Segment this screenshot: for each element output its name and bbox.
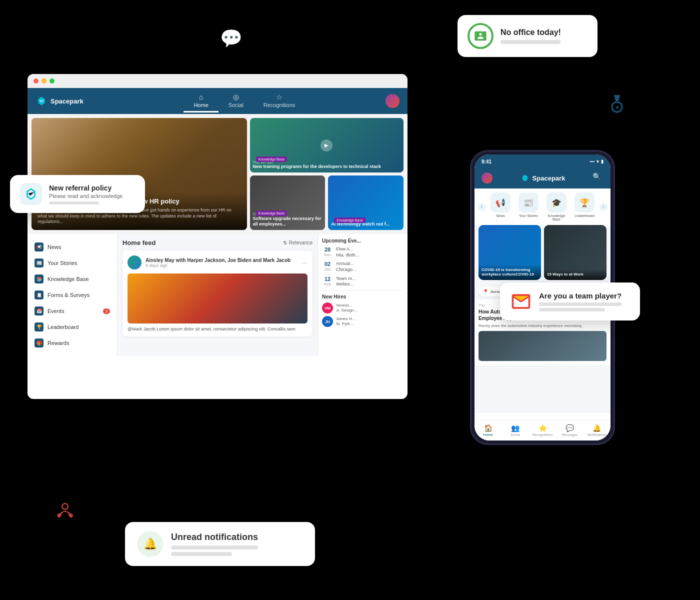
browser-close-btn[interactable]: [34, 78, 38, 84]
messages-tab-icon: 💬: [566, 424, 574, 432]
nav-home[interactable]: ⌂ Home: [184, 90, 218, 112]
user-avatar[interactable]: [386, 94, 400, 108]
feed-post: Ainsley May with Harper Jackson, Joe Bid…: [122, 250, 312, 336]
phone-article-image: [478, 331, 606, 361]
hero-card-bottom-right-info: Knowledge Base AI technology watch out f…: [331, 214, 400, 227]
browser-maximize-btn[interactable]: [50, 78, 54, 84]
app-name-label: Spacepark: [50, 98, 84, 105]
sidebar: 📢 News 📰 Your Stories 📚 Knowledge Base 📋…: [28, 234, 118, 356]
hire-info-1: Veness...Jr. Design...: [336, 303, 357, 314]
phone-tab-social[interactable]: 👥 Social: [502, 424, 528, 436]
phone-tab-home[interactable]: 🏠 Home: [474, 424, 502, 436]
hire-item-2: JH James H...Sr. Pyth...: [322, 316, 404, 327]
phone-tab-notifications[interactable]: 🔔 Notifications: [584, 424, 610, 436]
sidebar-rewards-label: Rewards: [48, 340, 69, 346]
nav-social[interactable]: ◎ Social: [218, 90, 254, 112]
event-item-1: 28 Dec Flow A...Mia. dloth...: [322, 246, 404, 258]
hero-card-badge-3: Knowledge Base: [334, 218, 366, 223]
sidebar-stories-label: Your Stories: [48, 260, 78, 266]
stories-icon: 📰: [34, 258, 44, 268]
event-info-2: Annual...Chicago...: [336, 261, 356, 272]
phone-card-1[interactable]: COVID-19 is transforming workplace cultu…: [478, 225, 541, 280]
browser-minimize-btn[interactable]: [42, 78, 46, 84]
hire-item-1: VM Veness...Jr. Design...: [322, 302, 404, 314]
quick-nav-news-icon: 📢: [490, 192, 510, 212]
quick-nav-next[interactable]: ›: [600, 203, 608, 211]
referral-icon: [20, 183, 42, 205]
referral-text: New referral policy Please read and ackn…: [49, 184, 122, 204]
app-navbar: Spacepark ⌂ Home ◎ Social ☆ Recognitions: [28, 88, 408, 114]
sidebar-item-leaderboard[interactable]: 🏆 Leaderboard: [28, 319, 117, 335]
phone-search-btn[interactable]: 🔍: [592, 172, 604, 184]
event-date-3: 12 Feb: [322, 276, 333, 286]
leaderboard-icon: 🏆: [34, 322, 44, 332]
quick-nav-knowledge[interactable]: 🎓 Knowledge Base: [544, 192, 570, 221]
event-item-2: 02 Jan Annual...Chicago...: [322, 261, 404, 272]
sidebar-item-news[interactable]: 📢 News: [28, 239, 117, 255]
hero-card-bottom-left[interactable]: Knowledge Base Thu, 9th Nov Software upg…: [250, 176, 326, 230]
phone-card-2-title: 15 Ways to at Work: [547, 272, 604, 277]
events-badge: 3: [103, 308, 110, 314]
quick-nav-stories[interactable]: 📰 Your Stories: [516, 192, 542, 221]
social-tab-label: Social: [510, 433, 520, 436]
float-notifications-card: 🔔 Unread notifications: [125, 522, 315, 566]
phone-quick-nav: ‹ 📢 News 📰 Your Stories 🎓 Knowledge Base…: [474, 188, 610, 225]
quick-nav-news[interactable]: 📢 News: [488, 192, 514, 221]
event-date-1: 28 Dec: [322, 246, 333, 257]
post-time: 9 days ago: [146, 263, 298, 268]
svg-point-3: [57, 514, 61, 518]
app-logo: Spacepark: [36, 95, 84, 107]
quick-nav-leaderboard-label: Leaderboard: [574, 214, 594, 218]
hero-card-top[interactable]: ▶ Knowledge Base Thu, 9th Nov New traini…: [250, 118, 404, 172]
notifications-sub1: [171, 546, 258, 550]
quick-nav-prev[interactable]: ‹: [478, 203, 486, 211]
quick-nav-leaderboard-icon: 🏆: [574, 192, 594, 212]
event-info-1: Flow A...Mia. dloth...: [336, 246, 360, 258]
notification-bell-icon: 🔔: [137, 531, 163, 557]
event-date-2: 02 Jan: [322, 261, 333, 272]
feed-filter[interactable]: ⇅ Relevance: [283, 240, 312, 246]
referral-line: [49, 202, 99, 204]
post-avatar: [128, 256, 142, 270]
post-author: Ainsley May with Harper Jackson, Joe Bid…: [146, 258, 298, 263]
phone-status-bar: 9:41 ▪▪▪ ▾ ▮: [474, 154, 610, 168]
sidebar-item-rewards[interactable]: 🎁 Rewards: [28, 335, 117, 351]
sidebar-forms-label: Forms & Surveys: [48, 292, 90, 298]
hero-side: ▶ Knowledge Base Thu, 9th Nov New traini…: [250, 118, 404, 230]
event-item-3: 12 Feb Team m...Webex...: [322, 276, 404, 288]
filter-label: Relevance: [289, 240, 312, 246]
feed-area: Home feed ⇅ Relevance Ainsley May with H…: [118, 234, 318, 356]
quick-nav-leaderboard[interactable]: 🏆 Leaderboard: [572, 192, 598, 221]
people-network-icon: [54, 500, 76, 526]
phone-tab-messages[interactable]: 💬 Messages: [556, 424, 583, 436]
notifications-tab-icon: 🔔: [592, 424, 601, 432]
sidebar-item-events[interactable]: 📅 Events 3: [28, 303, 117, 319]
home-tab-icon: 🏠: [484, 424, 492, 432]
sidebar-item-stories[interactable]: 📰 Your Stories: [28, 255, 117, 271]
sidebar-item-knowledge[interactable]: 📚 Knowledge Base: [28, 271, 117, 287]
hero-card-bottom-right[interactable]: Knowledge Base AI technology watch out f…: [328, 176, 404, 230]
hero-card-info: Knowledge Base Thu, 9th Nov New training…: [253, 154, 401, 170]
sidebar-item-forms[interactable]: 📋 Forms & Surveys: [28, 287, 117, 303]
float-referral-card: New referral policy Please read and ackn…: [10, 175, 145, 213]
browser-titlebar: [28, 74, 408, 88]
quick-nav-news-label: News: [496, 214, 505, 218]
nav-home-label: Home: [194, 102, 208, 108]
hero-main-card[interactable]: Things you should know about new HR poli…: [32, 118, 247, 230]
notifications-text: Unread notifications: [171, 532, 258, 556]
recognitions-icon: ☆: [276, 93, 282, 101]
team-player-text: Are you a team player?: [539, 292, 622, 312]
phone-card-2-overlay: 15 Ways to at Work: [544, 269, 606, 280]
signal-icon: ▪▪▪: [590, 159, 594, 164]
phone-card-2[interactable]: 15 Ways to at Work: [544, 225, 606, 280]
phone-user-avatar[interactable]: [482, 172, 492, 184]
svg-point-2: [62, 504, 68, 510]
phone-tab-recognitions[interactable]: ⭐ Recognitions: [529, 424, 556, 436]
referral-title: New referral policy: [49, 184, 122, 192]
post-header: Ainsley May with Harper Jackson, Joe Bid…: [128, 256, 308, 270]
no-office-text: No office today!: [500, 28, 561, 44]
nav-recognitions[interactable]: ☆ Recognitions: [254, 90, 306, 112]
post-more-btn[interactable]: ···: [302, 258, 308, 266]
play-button[interactable]: ▶: [320, 140, 332, 152]
hero-card-badge: Knowledge Base: [256, 156, 288, 162]
